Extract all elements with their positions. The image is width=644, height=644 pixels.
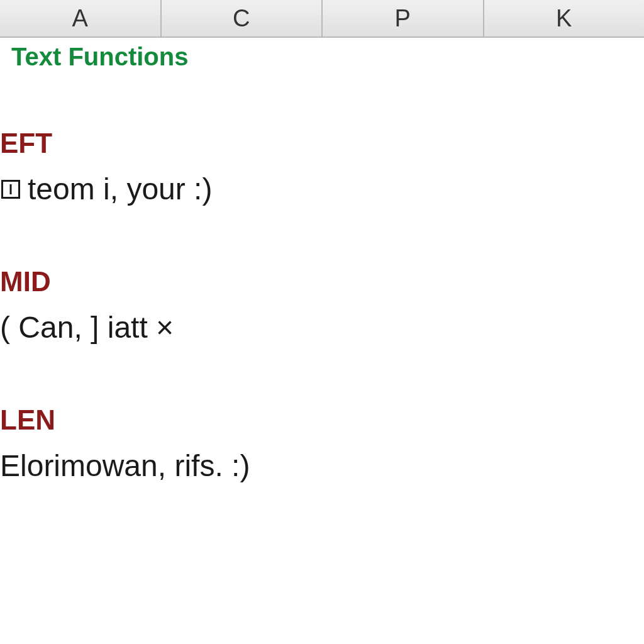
text-eft[interactable]: teom i, your :) [0,172,644,206]
column-header-a[interactable]: A [0,0,162,36]
heading-eft[interactable]: EFT [0,128,644,159]
column-header-c[interactable]: C [162,0,323,36]
page-title[interactable]: Text Functions [11,43,644,71]
column-headers-row: A C P K [0,0,644,38]
section-len: LEN Elorimowan, rifs. :) [0,404,644,483]
box-icon [1,180,20,199]
heading-len[interactable]: LEN [0,404,644,436]
spreadsheet-content: Text Functions EFT teom i, your :) MID (… [0,38,644,483]
text-len[interactable]: Elorimowan, rifs. :) [0,448,644,483]
section-eft: EFT teom i, your :) [0,128,644,206]
heading-mid[interactable]: MID [0,266,644,297]
column-header-k[interactable]: K [484,0,645,36]
text-mid[interactable]: ( Can, ] iatt × [0,310,644,345]
column-header-p[interactable]: P [323,0,484,36]
text-eft-content: teom i, your :) [28,172,212,206]
section-mid: MID ( Can, ] iatt × [0,266,644,345]
